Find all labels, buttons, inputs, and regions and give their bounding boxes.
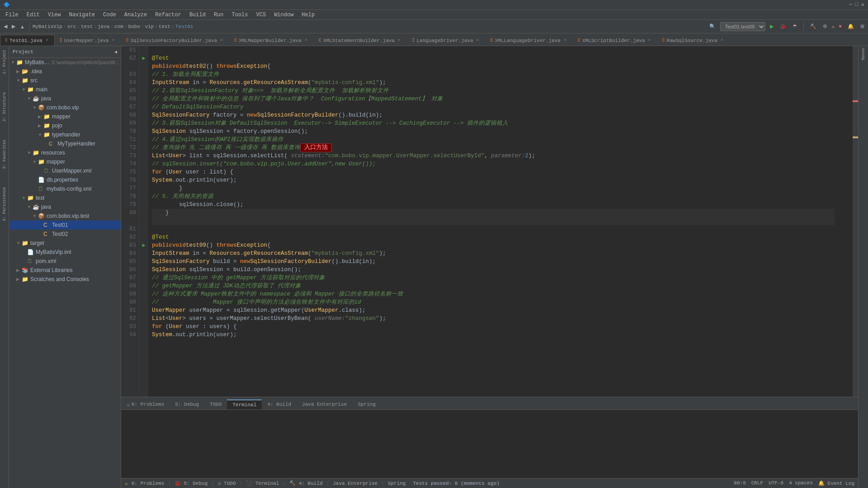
status-encoding[interactable]: UTF-8 bbox=[769, 480, 783, 486]
menu-tools[interactable]: Tools bbox=[228, 11, 252, 19]
menu-analyze[interactable]: Analyze bbox=[121, 11, 151, 19]
tab-close-xmllang[interactable]: × bbox=[562, 38, 568, 43]
code-text-col[interactable]: @Test public void test02() throws Except… bbox=[148, 46, 853, 397]
debug-btn[interactable]: 🐞 bbox=[778, 23, 788, 30]
build-btn[interactable]: 🔨 bbox=[808, 23, 818, 30]
breadcrumb-java[interactable]: java bbox=[98, 24, 109, 29]
status-javaent[interactable]: Java Enterprise bbox=[333, 481, 377, 486]
tab-build[interactable]: 4: Build bbox=[262, 399, 297, 409]
tree-item-ext-libs[interactable]: ▶ 📚 External Libraries bbox=[9, 266, 121, 275]
tree-item-usermapper-xml[interactable]: 🗒 UserMapper.xml bbox=[9, 166, 121, 175]
run-config-select[interactable]: Test01.test09 bbox=[720, 22, 765, 31]
tree-item-resources[interactable]: ▼ 📁 resources bbox=[9, 148, 121, 157]
tree-item-main[interactable]: ▼ 📁 main bbox=[9, 85, 121, 94]
menu-refactor[interactable]: Refactor bbox=[151, 11, 185, 19]
tab-close-xmlstatement[interactable]: × bbox=[396, 38, 402, 43]
coverage-btn[interactable]: ☂ bbox=[791, 23, 799, 30]
tree-item-pojo[interactable]: ▶ 📁 pojo bbox=[9, 121, 121, 130]
tab-terminal[interactable]: Terminal bbox=[227, 399, 262, 409]
gutter-1[interactable]: ▶ bbox=[139, 54, 148, 62]
menu-file[interactable]: File bbox=[2, 11, 22, 19]
favorites-btn[interactable]: 2: Favorites bbox=[2, 140, 7, 169]
tree-item-db-props[interactable]: 📄 db.properties bbox=[9, 175, 121, 184]
tree-item-scratches[interactable]: ▶ 📁 Scratches and Consoles bbox=[9, 275, 121, 284]
breadcrumb-bobo[interactable]: bobo bbox=[128, 24, 140, 29]
tab-close-xmlmapper[interactable]: × bbox=[303, 38, 309, 43]
tab-xmlstatement[interactable]: C XMLStatementBuilder.java × bbox=[314, 35, 407, 46]
up-btn[interactable]: ▲ bbox=[18, 23, 27, 30]
breadcrumb-src[interactable]: src bbox=[67, 24, 76, 29]
project-btn[interactable]: 1: Project bbox=[2, 50, 7, 74]
tab-xmlmapper[interactable]: C XMLMapperBuilder.java × bbox=[229, 35, 314, 46]
tab-todo[interactable]: TODO bbox=[204, 399, 227, 409]
menu-build[interactable]: Build bbox=[186, 11, 209, 19]
tree-item-test[interactable]: ▼ 📁 test bbox=[9, 193, 121, 202]
tree-item-iml[interactable]: 📄 MyBatisVip.iml bbox=[9, 248, 121, 257]
breadcrumb-com[interactable]: com bbox=[114, 24, 123, 29]
close-btn[interactable]: ✕ bbox=[861, 1, 864, 8]
menu-code[interactable]: Code bbox=[99, 11, 120, 19]
status-build[interactable]: 🔨 4: Build bbox=[289, 480, 322, 486]
run-btn[interactable]: ▶ bbox=[768, 23, 775, 30]
tree-item-pkg[interactable]: ▼ 📦 com.bobo.vip bbox=[9, 103, 121, 112]
maximize-btn[interactable]: □ bbox=[855, 1, 859, 8]
menu-navigate[interactable]: Navigate bbox=[65, 11, 99, 19]
breadcrumb-vip[interactable]: vip bbox=[145, 24, 154, 29]
tree-item-mybatis-config[interactable]: 🗒 mybatis-config.xml bbox=[9, 184, 121, 193]
tree-item-mapper-res[interactable]: ▼ 📁 mapper bbox=[9, 157, 121, 166]
structure-btn[interactable]: 2: Structure bbox=[2, 92, 7, 122]
tree-item-test01[interactable]: C Test01 bbox=[9, 221, 121, 230]
tree-item-test02[interactable]: C Test02 bbox=[9, 230, 121, 239]
menu-run[interactable]: Run bbox=[210, 11, 227, 19]
settings-btn[interactable]: ⚙ bbox=[821, 23, 829, 30]
tab-javaenterprise[interactable]: Java Enterprise bbox=[297, 399, 352, 409]
menu-vcs[interactable]: VCS bbox=[253, 11, 270, 19]
tab-debug[interactable]: 5: Debug bbox=[170, 399, 204, 409]
breadcrumb-test2[interactable]: test bbox=[159, 24, 170, 29]
tree-item-java-main[interactable]: ▼ ☕ java bbox=[9, 94, 121, 103]
tree-item-src[interactable]: ▼ 📁 src bbox=[9, 76, 121, 85]
tree-item-pom[interactable]: 🗒 pom.xml bbox=[9, 257, 121, 266]
tab-xmllang[interactable]: C XMLLanguageDriver.java × bbox=[486, 35, 573, 46]
status-debug[interactable]: 🐞 5: Debug bbox=[175, 480, 208, 486]
tree-item-java-test[interactable]: ▼ ☕ java bbox=[9, 202, 121, 211]
tab-close-xmlscript[interactable]: × bbox=[647, 38, 652, 43]
status-crlf[interactable]: CRLF bbox=[751, 480, 763, 486]
tab-close-test01[interactable]: × bbox=[44, 38, 50, 43]
tab-close-rawsql[interactable]: × bbox=[719, 38, 725, 43]
tree-item-idea[interactable]: ▶ 📂 .idea bbox=[9, 67, 121, 76]
maven-btn[interactable]: Maven bbox=[861, 48, 866, 60]
event-log[interactable]: 🔔 Event Log bbox=[818, 480, 854, 486]
breadcrumb-test01[interactable]: Test01 bbox=[175, 24, 193, 29]
search-everywhere-btn[interactable]: 🔍 bbox=[708, 23, 717, 30]
minimize-btn[interactable]: — bbox=[849, 1, 852, 8]
tree-item-target[interactable]: ▼ 📁 target bbox=[9, 239, 121, 248]
gutter-24[interactable]: ▶ bbox=[139, 241, 148, 249]
tree-item-typehandler[interactable]: ▼ 📁 typehandler bbox=[9, 130, 121, 139]
status-todo[interactable]: ☑ TODO bbox=[218, 480, 236, 486]
status-terminal[interactable]: ⬛ Terminal bbox=[246, 480, 279, 486]
tab-languagedriver[interactable]: I LanguageDriver.java × bbox=[407, 35, 485, 46]
sidebar-close[interactable]: ◀ bbox=[114, 49, 117, 55]
back-btn[interactable]: ◀ bbox=[2, 23, 9, 30]
menu-view[interactable]: View bbox=[44, 11, 65, 19]
tab-sqlsessionfactory[interactable]: C SqlSessionFactoryBuilder.java × bbox=[121, 35, 229, 46]
tab-close-usermapper[interactable]: × bbox=[111, 38, 116, 43]
tab-usermapper[interactable]: I UserMapper.java × bbox=[55, 35, 121, 46]
notifications-btn[interactable]: 🔔 bbox=[846, 23, 856, 30]
expand-btn[interactable]: ⊞ bbox=[859, 23, 866, 30]
tree-item-pkg-test[interactable]: ▼ 📦 com.bobo.vip.test bbox=[9, 211, 121, 221]
tab-test01[interactable]: C Test01.java × bbox=[0, 35, 55, 46]
menu-window[interactable]: Window bbox=[270, 11, 297, 19]
menu-edit[interactable]: Edit bbox=[23, 11, 43, 19]
tab-rawsql[interactable]: C RawSqlSource.java × bbox=[657, 35, 730, 46]
persistence-btn[interactable]: 3: Persistence bbox=[2, 187, 7, 221]
tab-close-lang[interactable]: × bbox=[475, 38, 481, 43]
tree-item-mybatisvip[interactable]: ▼ 📁 MyBatisVip E:\workspace\VipWorkSpace… bbox=[9, 58, 121, 67]
tab-spring[interactable]: Spring bbox=[352, 399, 381, 409]
tab-close-sqlsession[interactable]: × bbox=[219, 38, 224, 43]
menu-help[interactable]: Help bbox=[298, 11, 318, 19]
breadcrumb-test[interactable]: test bbox=[81, 24, 93, 29]
tab-xmlscript[interactable]: C XMLScriptBuilder.java × bbox=[573, 35, 657, 46]
tab-problems[interactable]: ⚠6: Problems bbox=[121, 399, 170, 409]
